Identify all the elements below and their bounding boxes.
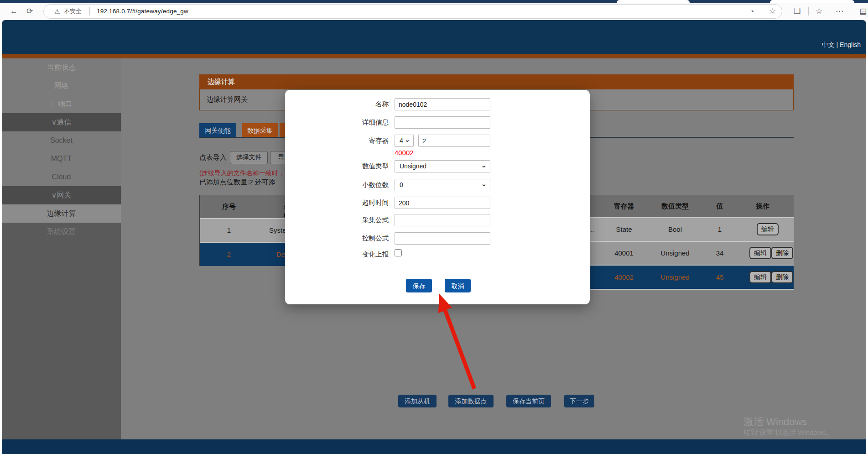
detail-input[interactable] xyxy=(395,116,490,129)
screen: ← ⟳ ⚠ 不安全 192.168.0.7/#/gateway/edge_gw … xyxy=(0,0,868,454)
table-row[interactable]: 1 Syste xyxy=(200,219,286,243)
col-header-datatype: 数值类型 xyxy=(661,202,689,211)
table-row-selected-datapoint[interactable]: 40002 Unsigned 45 编辑 删除 xyxy=(590,266,794,290)
control-formula-label: 控制公式 xyxy=(322,234,389,243)
collections-icon[interactable]: ❏ xyxy=(794,3,800,20)
url-text[interactable]: 192.168.0.7/#/gateway/edge_gw xyxy=(97,5,188,18)
edit-button[interactable]: 编辑 xyxy=(757,223,779,235)
points-count-text: 已添加点位数量:2 还可添 xyxy=(199,178,275,187)
profile-icon[interactable]: ▤ xyxy=(859,3,867,20)
table-row[interactable]: 40001 Unsigned 34 编辑 删除 xyxy=(590,242,794,266)
reload-icon[interactable]: ⟳ xyxy=(26,3,33,20)
choose-file-button[interactable]: 选择文件 xyxy=(230,151,268,164)
datatype-value: Unsigned xyxy=(400,162,426,170)
decimals-value: 0 xyxy=(400,181,403,188)
sidebar-item-cloud[interactable]: Cloud xyxy=(2,168,121,186)
decimals-label: 小数位数 xyxy=(322,181,389,189)
tab-hidden-sliver[interactable] xyxy=(280,123,285,138)
language-switcher[interactable]: 中文 | English xyxy=(822,41,861,49)
sidebar-item-ports[interactable]: 〉端口 xyxy=(2,95,121,113)
table-header-row: 寄存器 数值类型 值 操作 xyxy=(590,195,794,218)
windows-activation-hint: 转到“设置”以激活 Windows。 xyxy=(743,428,832,437)
chevron-down-icon: ⌄ xyxy=(404,134,410,145)
cell-register: 40001 xyxy=(614,249,634,257)
col-header-register: 寄存器 xyxy=(614,202,634,211)
sidebar-item-mqtt[interactable]: MQTT xyxy=(2,150,121,168)
collect-formula-input[interactable] xyxy=(395,214,490,226)
tab-gateway-enable[interactable]: 网关使能 xyxy=(199,123,236,138)
cell-index: 1 xyxy=(227,226,231,234)
browser-toolbar: ← ⟳ ⚠ 不安全 192.168.0.7/#/gateway/edge_gw … xyxy=(0,3,868,21)
point-table-import-label: 点表导入 xyxy=(199,153,227,162)
panel-header: 边缘计算 xyxy=(199,74,794,89)
decimals-select[interactable]: 0 ⌄ xyxy=(395,179,490,191)
col-header-index: 序号 xyxy=(222,203,236,211)
register-address-input[interactable] xyxy=(418,135,490,147)
edit-button[interactable]: 编辑 xyxy=(749,247,771,259)
sidebar-item-system-settings[interactable]: 系统设置 xyxy=(2,223,121,241)
cancel-button[interactable]: 取消 xyxy=(445,279,471,292)
security-label: 不安全 xyxy=(64,5,82,18)
table-row[interactable]: .. State Bool 1 编辑 xyxy=(590,218,794,242)
col-header-actions: 操作 xyxy=(756,202,769,211)
table-row-selected-device[interactable]: 2 De xyxy=(200,243,286,266)
datatype-select[interactable]: Unsigned ⌄ xyxy=(395,160,490,172)
save-button[interactable]: 保存 xyxy=(406,279,432,292)
timeout-label: 超时时间 xyxy=(322,198,389,207)
tracking-prevention-icon[interactable]: ◔ xyxy=(750,3,754,20)
cell-datatype: Unsigned xyxy=(660,249,689,257)
next-step-button[interactable]: 下一步 xyxy=(564,395,594,407)
panel-subtitle: 边缘计算网关 xyxy=(207,95,248,104)
page-title: 边缘计算 xyxy=(208,78,235,86)
datapoint-table-right-fragment: 寄存器 数值类型 值 操作 .. State Bool 1 编辑 40001 U… xyxy=(590,195,794,290)
more-menu-icon[interactable]: ⋯ xyxy=(836,3,843,20)
favorite-star-icon[interactable]: ☆ xyxy=(769,3,776,20)
cell-value: 1 xyxy=(718,225,722,233)
table-header-row: 序号 名称 xyxy=(200,195,286,219)
sidebar-group-gateway[interactable]: ∨网关 xyxy=(2,186,121,204)
register-type-select[interactable]: 4 ⌄ xyxy=(395,135,414,147)
cell-datatype: Bool xyxy=(668,225,682,233)
sidebar-item-socket[interactable]: Socket xyxy=(2,131,121,150)
timeout-input[interactable] xyxy=(395,197,490,209)
cell-name: De xyxy=(276,250,285,258)
name-input[interactable] xyxy=(395,98,490,110)
chevron-down-icon: ⌄ xyxy=(481,159,487,171)
delete-button[interactable]: 删除 xyxy=(771,247,793,259)
app-footer xyxy=(2,439,866,454)
cell-register: 40002 xyxy=(614,273,634,281)
sidebar-group-communication[interactable]: ∨通信 xyxy=(2,113,121,131)
favorites-bar-icon[interactable]: ☆ xyxy=(816,3,822,20)
sidebar: 当前状态 网络 〉端口 ∨通信 Socket MQTT Cloud ∨网关 边缘… xyxy=(2,58,121,439)
detail-label: 详细信息 xyxy=(322,118,389,127)
delete-button[interactable]: 删除 xyxy=(771,271,793,283)
tab-data-collection[interactable]: 数据采集 xyxy=(242,123,278,138)
save-current-page-button[interactable]: 保存当前页 xyxy=(506,395,551,407)
back-icon[interactable]: ← xyxy=(10,3,18,20)
cell-name: Syste xyxy=(269,226,286,234)
control-formula-input[interactable] xyxy=(395,232,490,245)
register-type-value: 4 xyxy=(400,137,403,144)
register-hint: 40002 xyxy=(395,149,414,157)
sidebar-item-edge-computing[interactable]: 边缘计算 xyxy=(2,204,121,223)
cell-register: State xyxy=(616,225,632,233)
sidebar-item-current-status[interactable]: 当前状态 xyxy=(2,58,121,77)
import-warning-text: (连续导入的文件名称一致时，需 xyxy=(199,169,291,177)
edit-datapoint-modal: 名称 详细信息 寄存器 4 ⌄ 40002 数值类型 Unsigned ⌄ 小数… xyxy=(285,90,590,304)
header-accent-strip xyxy=(2,54,866,58)
page-margin-right xyxy=(866,20,868,454)
security-warning-icon[interactable]: ⚠ xyxy=(54,5,60,18)
col-header-value: 值 xyxy=(717,202,723,211)
datatype-label: 数值类型 xyxy=(322,162,389,171)
cell-index: 2 xyxy=(227,250,231,258)
edit-button[interactable]: 编辑 xyxy=(749,271,771,283)
cell-overflow: .. xyxy=(590,225,594,233)
address-bar[interactable]: ⚠ 不安全 192.168.0.7/#/gateway/edge_gw ◔ ☆ xyxy=(43,4,782,19)
cell-datatype: Unsigned xyxy=(660,273,689,281)
add-slave-button[interactable]: 添加从机 xyxy=(398,395,437,407)
report-on-change-checkbox[interactable] xyxy=(395,249,402,256)
chevron-down-icon: ⌄ xyxy=(481,178,487,189)
collect-formula-label: 采集公式 xyxy=(322,216,389,224)
sidebar-item-network[interactable]: 网络 xyxy=(2,77,121,95)
add-datapoint-button[interactable]: 添加数据点 xyxy=(448,395,494,407)
